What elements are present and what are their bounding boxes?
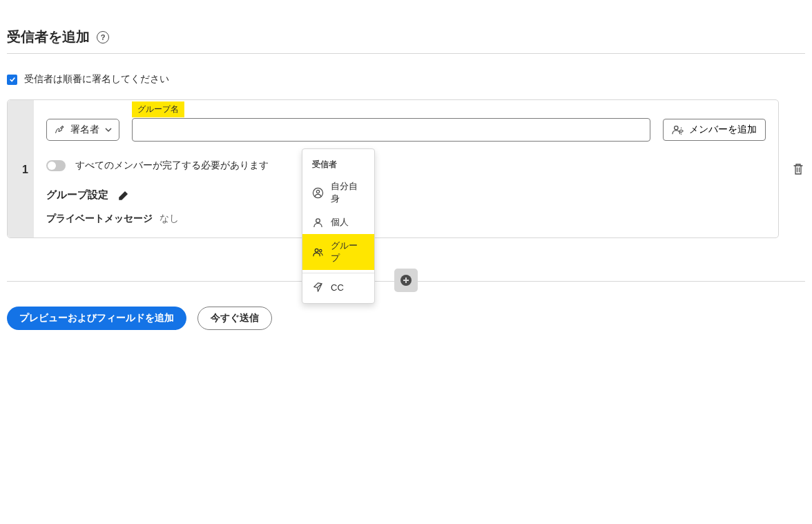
recipient-type-dropdown: 受信者 自分自身 個人 グループ <box>302 148 375 304</box>
recipient-input-row: 署名者 グループ名 メンバーを追加 受信者 自分自身 <box>46 118 766 142</box>
group-icon <box>312 246 324 258</box>
dropdown-divider <box>302 273 374 273</box>
add-recipient-divider <box>7 281 805 282</box>
private-message-row: プライベートメッセージ なし <box>46 213 766 225</box>
add-recipient-button[interactable] <box>394 269 418 292</box>
role-select[interactable]: 署名者 <box>46 119 119 141</box>
footer-buttons: プレビューおよびフィールドを追加 今すぐ送信 <box>7 307 805 330</box>
svg-point-5 <box>315 249 318 252</box>
svg-point-4 <box>316 218 320 222</box>
page-header: 受信者を追加 ? <box>7 28 805 54</box>
drag-handle[interactable] <box>8 100 34 237</box>
dropdown-item-cc[interactable]: CC <box>302 276 374 299</box>
svg-point-3 <box>316 190 319 193</box>
add-member-label: メンバーを追加 <box>689 124 757 136</box>
myself-icon <box>312 187 324 199</box>
all-complete-toggle[interactable] <box>46 160 66 171</box>
group-name-field-wrap: グループ名 <box>132 118 650 142</box>
send-icon <box>312 282 324 293</box>
role-label: 署名者 <box>70 124 99 136</box>
svg-point-6 <box>320 249 322 251</box>
preview-button[interactable]: プレビューおよびフィールドを追加 <box>7 307 186 330</box>
sign-order-checkbox[interactable] <box>7 75 17 85</box>
dropdown-item-individual[interactable]: 個人 <box>302 211 374 234</box>
help-icon[interactable]: ? <box>97 31 109 43</box>
dropdown-item-label: 自分自身 <box>331 180 365 205</box>
group-add-icon <box>672 124 684 136</box>
svg-point-1 <box>680 130 683 133</box>
sign-icon <box>54 124 65 135</box>
all-complete-toggle-row: すべてのメンバーが完了する必要があります <box>46 159 766 172</box>
dropdown-item-group[interactable]: グループ <box>302 234 374 270</box>
dropdown-header: 受信者 <box>302 153 374 175</box>
group-settings-label: グループ設定 <box>46 188 108 202</box>
plus-circle-icon <box>400 274 412 287</box>
group-name-input[interactable] <box>132 118 650 142</box>
add-member-button[interactable]: メンバーを追加 <box>663 119 766 141</box>
edit-icon[interactable] <box>118 190 129 201</box>
delete-icon[interactable] <box>791 162 805 176</box>
private-message-label: プライベートメッセージ <box>46 213 153 224</box>
svg-point-0 <box>675 126 678 130</box>
chevron-down-icon <box>105 126 112 133</box>
group-settings-row: グループ設定 <box>46 188 766 202</box>
dropdown-item-label: グループ <box>331 240 365 264</box>
recipient-card: 署名者 グループ名 メンバーを追加 受信者 自分自身 <box>7 99 779 238</box>
all-complete-label: すべてのメンバーが完了する必要があります <box>75 159 269 172</box>
sign-order-checkbox-row: 受信者は順番に署名してください <box>7 73 805 86</box>
page-title: 受信者を追加 <box>7 28 90 46</box>
group-name-label: グループ名 <box>132 101 184 117</box>
recipient-order-number: 1 <box>22 164 28 176</box>
private-message-value: なし <box>160 213 179 224</box>
send-now-button[interactable]: 今すぐ送信 <box>197 307 272 330</box>
person-icon <box>312 217 324 229</box>
sign-order-label: 受信者は順番に署名してください <box>24 73 169 86</box>
dropdown-item-label: 個人 <box>331 216 349 229</box>
dropdown-item-myself[interactable]: 自分自身 <box>302 175 374 211</box>
recipient-card-body: 署名者 グループ名 メンバーを追加 受信者 自分自身 <box>34 100 778 237</box>
dropdown-item-label: CC <box>331 282 344 293</box>
recipient-row: 1 署名者 グループ名 メンバーを追加 <box>7 99 805 238</box>
